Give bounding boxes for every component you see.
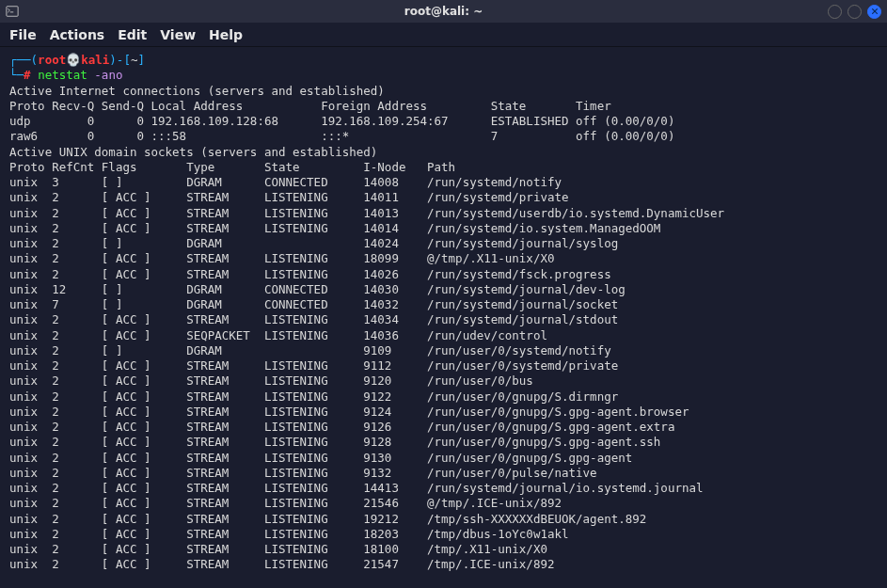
unix-row: unix 2 [ ACC ] STREAM LISTENING 18099 @/… [9, 251, 878, 266]
prompt-open: ┌──( [9, 53, 38, 67]
cmd-args: -ano [94, 68, 122, 82]
unix-row: unix 2 [ ACC ] STREAM LISTENING 9128 /ru… [9, 435, 878, 450]
unix-row: unix 12 [ ] DGRAM CONNECTED 14030 /run/s… [9, 282, 878, 297]
window-controls [828, 5, 881, 19]
prompt-end: ] [137, 53, 145, 67]
net-row: udp 0 0 192.168.109.128:68 192.168.109.2… [9, 114, 878, 129]
unix-row: unix 2 [ ACC ] STREAM LISTENING 9112 /ru… [9, 358, 878, 373]
menu-actions[interactable]: Actions [50, 27, 105, 42]
prompt-host: kali [81, 53, 109, 67]
unix-row: unix 2 [ ACC ] STREAM LISTENING 9122 /ru… [9, 389, 878, 405]
prompt-close: )-[ [109, 53, 131, 67]
cmd: netstat [38, 68, 87, 82]
menu-view[interactable]: View [160, 27, 196, 42]
titlebar: root@kali: ~ [0, 0, 887, 23]
unix-row: unix 2 [ ACC ] STREAM LISTENING 18100 /t… [9, 542, 878, 557]
unix-row: unix 2 [ ACC ] STREAM LISTENING 18203 /t… [9, 527, 878, 542]
unix-row: unix 2 [ ACC ] STREAM LISTENING 14013 /r… [9, 206, 878, 221]
close-button[interactable] [867, 5, 881, 19]
unix-row: unix 2 [ ACC ] STREAM LISTENING 9126 /ru… [9, 420, 878, 435]
terminal-icon [6, 5, 19, 18]
col-unix: Proto RefCnt Flags Type State I-Node Pat… [9, 160, 455, 174]
maximize-button[interactable] [847, 5, 862, 19]
prompt-line2: └─ [9, 68, 24, 82]
unix-row: unix 2 [ ACC ] STREAM LISTENING 9130 /ru… [9, 451, 878, 466]
prompt-at: 💀 [66, 53, 81, 67]
menu-file[interactable]: File [9, 27, 37, 42]
unix-row: unix 2 [ ACC ] SEQPACKET LISTENING 14036… [9, 328, 878, 343]
unix-row: unix 2 [ ] DGRAM 9109 /run/user/0/system… [9, 343, 878, 358]
svg-rect-0 [7, 7, 18, 17]
header-unix: Active UNIX domain sockets (servers and … [9, 145, 377, 159]
prompt-hash: # [24, 68, 31, 82]
unix-row: unix 2 [ ACC ] STREAM LISTENING 21547 /t… [9, 557, 878, 572]
unix-row: unix 2 [ ACC ] STREAM LISTENING 14026 /r… [9, 267, 878, 282]
unix-row: unix 2 [ ACC ] STREAM LISTENING 9132 /ru… [9, 466, 878, 481]
net-rows: udp 0 0 192.168.109.128:68 192.168.109.2… [9, 114, 878, 145]
terminal-output[interactable]: ┌──(root💀kali)-[~] └─# netstat -ano Acti… [0, 47, 887, 582]
unix-rows: unix 3 [ ] DGRAM CONNECTED 14008 /run/sy… [9, 175, 878, 573]
unix-row: unix 7 [ ] DGRAM CONNECTED 14032 /run/sy… [9, 297, 878, 312]
menubar: File Actions Edit View Help [0, 23, 887, 47]
menu-help[interactable]: Help [209, 27, 243, 42]
col-net: Proto Recv-Q Send-Q Local Address Foreig… [9, 99, 611, 113]
unix-row: unix 2 [ ACC ] STREAM LISTENING 14014 /r… [9, 221, 878, 236]
unix-row: unix 2 [ ] DGRAM 14024 /run/systemd/jour… [9, 236, 878, 251]
unix-row: unix 2 [ ACC ] STREAM LISTENING 21546 @/… [9, 496, 878, 511]
prompt-user: root [38, 53, 66, 67]
net-row: raw6 0 0 :::58 :::* 7 off (0.00/0/0) [9, 129, 878, 144]
unix-row: unix 2 [ ACC ] STREAM LISTENING 14413 /r… [9, 481, 878, 496]
menu-edit[interactable]: Edit [118, 27, 147, 42]
minimize-button[interactable] [828, 5, 842, 19]
unix-row: unix 2 [ ACC ] STREAM LISTENING 14034 /r… [9, 312, 878, 327]
window-title: root@kali: ~ [404, 5, 483, 18]
header-net: Active Internet connections (servers and… [9, 84, 385, 98]
unix-row: unix 2 [ ACC ] STREAM LISTENING 9120 /ru… [9, 373, 878, 389]
unix-row: unix 2 [ ACC ] STREAM LISTENING 19212 /t… [9, 512, 878, 527]
unix-row: unix 2 [ ACC ] STREAM LISTENING 9124 /ru… [9, 405, 878, 420]
unix-row: unix 3 [ ] DGRAM CONNECTED 14008 /run/sy… [9, 175, 878, 190]
unix-row: unix 2 [ ACC ] STREAM LISTENING 14011 /r… [9, 190, 878, 205]
